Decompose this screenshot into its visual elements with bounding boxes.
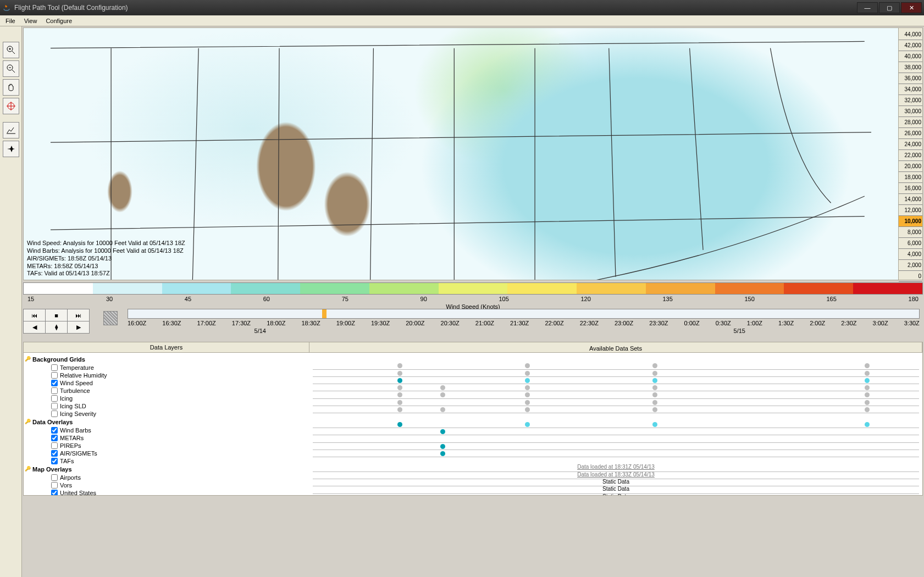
layer-item[interactable]: PIREPs — [25, 442, 308, 450]
dataset-dot[interactable] — [865, 392, 870, 397]
aircraft-button[interactable] — [3, 141, 19, 157]
dataset-dot[interactable] — [397, 378, 402, 383]
layer-checkbox[interactable] — [51, 403, 58, 409]
zoom-in-button[interactable] — [3, 42, 19, 58]
dataset-dot[interactable] — [865, 407, 870, 412]
altitude-tick[interactable]: 20,000 — [899, 161, 922, 172]
play-pause-button[interactable]: ⧫ — [46, 321, 68, 334]
altitude-tick[interactable]: 38,000 — [899, 62, 922, 73]
altitude-tick[interactable]: 30,000 — [899, 106, 922, 117]
layer-item[interactable]: METARs — [25, 434, 308, 442]
layer-checkbox[interactable] — [51, 387, 58, 394]
map-area[interactable]: Wind Speed: Analysis for 10000 Feet Vali… — [23, 27, 923, 280]
timeline-marker[interactable] — [322, 309, 327, 318]
layer-checkbox[interactable] — [51, 380, 58, 386]
dataset-dot[interactable] — [652, 385, 657, 390]
altitude-tick[interactable]: 26,000 — [899, 128, 922, 139]
dataset-dot[interactable] — [525, 422, 530, 427]
dataset-dot[interactable] — [440, 429, 445, 434]
layer-checkbox[interactable] — [51, 364, 58, 371]
layer-item[interactable]: Icing Severity — [25, 410, 308, 418]
dataset-dot[interactable] — [865, 371, 870, 376]
dataset-dot[interactable] — [652, 407, 657, 412]
altitude-tick[interactable]: 24,000 — [899, 139, 922, 150]
altitude-tick[interactable]: 4,000 — [899, 249, 922, 260]
layer-checkbox[interactable] — [51, 395, 58, 402]
dataset-dot[interactable] — [397, 407, 402, 412]
layer-checkbox[interactable] — [51, 442, 58, 449]
last-frame-button[interactable]: ⏭ — [68, 309, 90, 321]
layer-item[interactable]: United States — [25, 489, 308, 495]
dataset-dot[interactable] — [525, 363, 530, 368]
dataset-dot[interactable] — [652, 371, 657, 376]
menu-configure[interactable]: Configure — [42, 16, 75, 25]
layer-tree[interactable]: Background GridsTemperatureRelative Humi… — [24, 353, 309, 495]
dataset-dot[interactable] — [525, 385, 530, 390]
dataset-dot[interactable] — [397, 385, 402, 390]
altitude-tick[interactable]: 34,000 — [899, 84, 922, 95]
layer-item[interactable]: AIR/SIGMETs — [25, 450, 308, 457]
layer-checkbox[interactable] — [51, 482, 58, 489]
altitude-tick[interactable]: 36,000 — [899, 73, 922, 84]
altitude-tick[interactable]: 14,000 — [899, 194, 922, 205]
altitude-tick[interactable]: 32,000 — [899, 95, 922, 106]
altitude-tick[interactable]: 12,000 — [899, 205, 922, 216]
dataset-dot[interactable] — [397, 363, 402, 368]
flight-profile-button[interactable] — [3, 122, 19, 138]
layer-group[interactable]: Data Overlays — [25, 418, 308, 426]
timeline-track[interactable] — [128, 309, 920, 319]
altitude-tick[interactable]: 16,000 — [899, 183, 922, 194]
layer-checkbox[interactable] — [51, 458, 58, 464]
altitude-tick[interactable]: 44,000 — [899, 29, 922, 40]
altitude-tick[interactable]: 40,000 — [899, 51, 922, 62]
dataset-dot[interactable] — [440, 444, 445, 449]
dataset-dot[interactable] — [865, 422, 870, 427]
altitude-tick[interactable]: 6,000 — [899, 238, 922, 249]
dataset-dot[interactable] — [865, 385, 870, 390]
dataset-dot[interactable] — [525, 371, 530, 376]
altitude-scale[interactable]: 44,00042,00040,00038,00036,00034,00032,0… — [898, 28, 922, 280]
maximize-button[interactable]: ▢ — [879, 2, 900, 13]
altitude-tick[interactable]: 2,000 — [899, 260, 922, 271]
dataset-dot[interactable] — [525, 400, 530, 405]
animation-icon[interactable] — [103, 311, 118, 325]
altitude-tick[interactable]: 0 — [899, 271, 922, 282]
dataset-dot[interactable] — [525, 407, 530, 412]
altitude-tick[interactable]: 42,000 — [899, 40, 922, 51]
available-datasets[interactable]: Data loaded at 18:31Z 05/14/13Data loade… — [309, 353, 922, 495]
zoom-out-button[interactable] — [3, 60, 19, 77]
layer-item[interactable]: Icing SLD — [25, 402, 308, 410]
layer-checkbox[interactable] — [51, 490, 58, 495]
layer-checkbox[interactable] — [51, 450, 58, 457]
dataset-dot[interactable] — [865, 400, 870, 405]
dataset-dot[interactable] — [865, 363, 870, 368]
layer-item[interactable]: Wind Speed — [25, 379, 308, 387]
dataset-dot[interactable] — [652, 400, 657, 405]
dataset-dot[interactable] — [397, 392, 402, 397]
layer-item[interactable]: Icing — [25, 395, 308, 402]
altitude-tick[interactable]: 18,000 — [899, 172, 922, 183]
target-button[interactable] — [3, 98, 19, 114]
timeline[interactable]: 16:00Z16:30Z17:00Z17:30Z18:00Z18:30Z19:0… — [124, 309, 923, 340]
altitude-tick[interactable]: 10,000 — [899, 216, 922, 227]
step-forward-button[interactable]: ▶ — [68, 321, 90, 334]
menu-file[interactable]: File — [2, 16, 19, 25]
dataset-dot[interactable] — [652, 392, 657, 397]
dataset-dot[interactable] — [397, 371, 402, 376]
layer-item[interactable]: Relative Humidity — [25, 371, 308, 379]
layer-checkbox[interactable] — [51, 427, 58, 434]
altitude-tick[interactable]: 22,000 — [899, 150, 922, 161]
layer-item[interactable]: Wind Barbs — [25, 426, 308, 434]
dataset-dot[interactable] — [652, 422, 657, 427]
dataset-dot[interactable] — [397, 400, 402, 405]
layer-checkbox[interactable] — [51, 474, 58, 481]
dataset-dot[interactable] — [652, 378, 657, 383]
dataset-dot[interactable] — [525, 378, 530, 383]
layer-checkbox[interactable] — [51, 372, 58, 379]
layer-item[interactable]: Vors — [25, 481, 308, 489]
minimize-button[interactable]: — — [857, 2, 878, 13]
dataset-dot[interactable] — [652, 363, 657, 368]
altitude-tick[interactable]: 28,000 — [899, 117, 922, 128]
layer-checkbox[interactable] — [51, 410, 58, 417]
dataset-dot[interactable] — [397, 422, 402, 427]
